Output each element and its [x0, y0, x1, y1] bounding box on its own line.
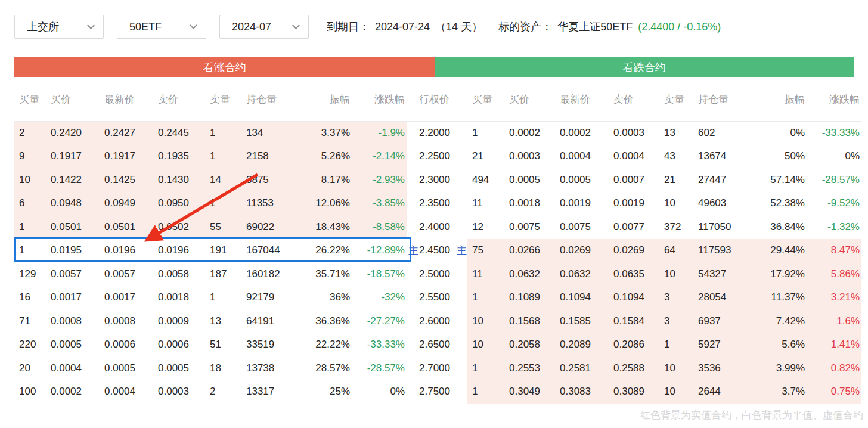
put-buy-volume-cell: 1	[467, 356, 504, 380]
put-last-price-cell: 0.0005	[555, 168, 609, 192]
table-row[interactable]: 1000.00020.00040.000321331725%0%2.750010…	[14, 380, 861, 404]
call-buy-price-cell: 0.0002	[46, 380, 100, 404]
table-row[interactable]: 10.01950.01960.019619116704426.22%-12.89…	[14, 239, 861, 263]
strike-price-cell: 2.7000	[407, 356, 467, 380]
put-buy-price-cell: 0.0075	[504, 215, 555, 239]
call-open-interest-cell: 13317	[241, 380, 292, 404]
call-change-percent-cell: -12.89%	[352, 239, 407, 263]
call-amplitude-cell: 18.43%	[292, 215, 352, 239]
call-sell-volume-cell: 14	[205, 168, 241, 192]
call-sell-volume-cell: 1	[205, 192, 241, 216]
table-row[interactable]: 2200.00050.00060.0006513351922.22%-33.33…	[14, 333, 861, 357]
exchange-select[interactable]: 上交所	[14, 15, 104, 39]
put-buy-price-cell: 0.3049	[504, 380, 555, 404]
put-buy-price-cell: 0.0018	[504, 192, 555, 216]
put-open-interest-cell: 117050	[693, 215, 745, 239]
put-open-interest-header: 持仓量	[693, 77, 745, 121]
call-sell-price-cell: 0.0058	[153, 262, 205, 286]
month-select[interactable]: 2024-07	[219, 15, 309, 39]
table-row[interactable]: 60.09480.09490.095011135312.06%-3.85%2.3…	[14, 192, 861, 216]
put-buy-volume-cell: 12	[467, 215, 504, 239]
call-sell-price-cell: 0.0006	[153, 333, 205, 357]
call-open-interest-cell: 2158	[241, 145, 292, 169]
call-last-price-cell: 0.2427	[100, 121, 153, 145]
put-sell-volume-cell: 372	[659, 215, 693, 239]
table-row[interactable]: 100.14220.14250.14301438758.17%-2.93%2.3…	[14, 168, 861, 192]
put-sell-volume-cell: 3	[659, 309, 693, 333]
put-sell-volume-cell: 10	[659, 192, 693, 216]
table-row[interactable]: 90.19170.19170.1935121585.26%-2.14%2.250…	[14, 145, 861, 169]
call-buy-volume-cell: 129	[14, 262, 46, 286]
put-amplitude-cell: 57.14%	[745, 168, 807, 192]
call-amplitude-cell: 28.57%	[292, 356, 352, 380]
expiry-days: （14 天）	[435, 21, 482, 33]
product-select[interactable]: 50ETF	[117, 15, 206, 39]
call-open-interest-cell: 13738	[241, 356, 292, 380]
put-amplitude-cell: 29.44%	[745, 239, 807, 263]
strike-price-cell: 2.6500	[407, 333, 467, 357]
put-amplitude-cell: 0%	[745, 121, 807, 145]
main-contract-marker: 主	[408, 244, 418, 258]
call-change-percent-cell: -27.27%	[352, 309, 407, 333]
put-sell-price-cell: 0.0269	[609, 239, 659, 263]
call-sell-price-cell: 0.0502	[153, 215, 205, 239]
call-change-percent-cell: -28.57%	[352, 356, 407, 380]
put-open-interest-cell: 2644	[693, 380, 745, 404]
call-amplitude-cell: 36%	[292, 286, 352, 310]
put-sell-volume-cell: 21	[659, 168, 693, 192]
call-amplitude-cell: 5.26%	[292, 145, 352, 169]
put-change-percent-cell: -28.57%	[807, 168, 861, 192]
put-buy-volume-cell: 1	[467, 380, 504, 404]
call-last-price-cell: 0.1425	[100, 168, 153, 192]
call-sell-volume-cell: 1	[205, 121, 241, 145]
put-last-price-cell: 0.2089	[555, 333, 609, 357]
put-buy-volume-cell: 10	[467, 309, 504, 333]
call-sell-volume-cell: 191	[205, 239, 241, 263]
call-amplitude-cell: 36.36%	[292, 309, 352, 333]
strike-price-cell: 2.4000	[407, 215, 467, 239]
table-row[interactable]: 160.00170.00170.001819217936%-32%2.55001…	[14, 286, 861, 310]
call-buy-volume-cell: 16	[14, 286, 46, 310]
strike-price-cell: 2.5000	[407, 262, 467, 286]
put-sell-price-cell: 0.0635	[609, 262, 659, 286]
call-buy-volume-cell: 10	[14, 168, 46, 192]
call-last-price-cell: 0.0196	[100, 239, 153, 263]
call-last-price-cell: 0.0008	[100, 309, 153, 333]
expiry-date: 2024-07-24	[375, 21, 430, 33]
expiry-label: 到期日：	[327, 21, 370, 33]
toolbar: 上交所 50ETF 2024-07 到期日： 2024-07-24 （14 天）…	[0, 0, 868, 39]
call-buy-price-cell: 0.0008	[46, 309, 100, 333]
put-buy-price-cell: 0.0632	[504, 262, 555, 286]
put-buy-volume-cell: 1	[467, 286, 504, 310]
option-chain-table: 买量买价最新价卖价卖量持仓量振幅涨跌幅行权价买量买价最新价卖价卖量持仓量振幅涨跌…	[14, 77, 861, 404]
call-buy-price-cell: 0.1422	[46, 168, 100, 192]
month-select-value: 2024-07	[232, 21, 271, 33]
put-sell-volume-header: 卖量	[659, 77, 693, 121]
call-sell-volume-cell: 51	[205, 333, 241, 357]
put-amplitude-cell: 7.42%	[745, 309, 807, 333]
call-sell-volume-cell: 55	[205, 215, 241, 239]
table-row[interactable]: 10.05010.05010.0502556902218.43%-8.58%2.…	[14, 215, 861, 239]
put-sell-volume-cell: 10	[659, 262, 693, 286]
put-amplitude-cell: 3.7%	[745, 380, 807, 404]
table-row[interactable]: 1290.00570.00570.005818716018235.71%-18.…	[14, 262, 861, 286]
call-open-interest-cell: 69022	[241, 215, 292, 239]
strike-price-cell: 2.3500	[407, 192, 467, 216]
put-open-interest-cell: 28054	[693, 286, 745, 310]
table-row[interactable]: 710.00080.00080.0009136419136.36%-27.27%…	[14, 309, 861, 333]
put-buy-volume-cell: 11	[467, 192, 504, 216]
put-last-price-cell: 0.3083	[555, 380, 609, 404]
call-open-interest-cell: 160182	[241, 262, 292, 286]
put-change-percent-cell: 0.75%	[807, 380, 861, 404]
put-amplitude-header: 振幅	[745, 77, 807, 121]
call-last-price-cell: 0.0017	[100, 286, 153, 310]
chevron-down-icon	[292, 21, 300, 29]
call-last-price-cell: 0.0004	[100, 380, 153, 404]
table-row[interactable]: 200.00040.00050.0005181373828.57%-28.57%…	[14, 356, 861, 380]
strike-price-cell: 2.2500	[407, 145, 467, 169]
call-open-interest-header: 持仓量	[241, 77, 292, 121]
put-buy-price-cell: 0.0003	[504, 145, 555, 169]
put-amplitude-cell: 17.92%	[745, 262, 807, 286]
table-row[interactable]: 20.24200.24270.244511343.37%-1.9%2.20001…	[14, 121, 861, 145]
call-amplitude-cell: 8.17%	[292, 168, 352, 192]
